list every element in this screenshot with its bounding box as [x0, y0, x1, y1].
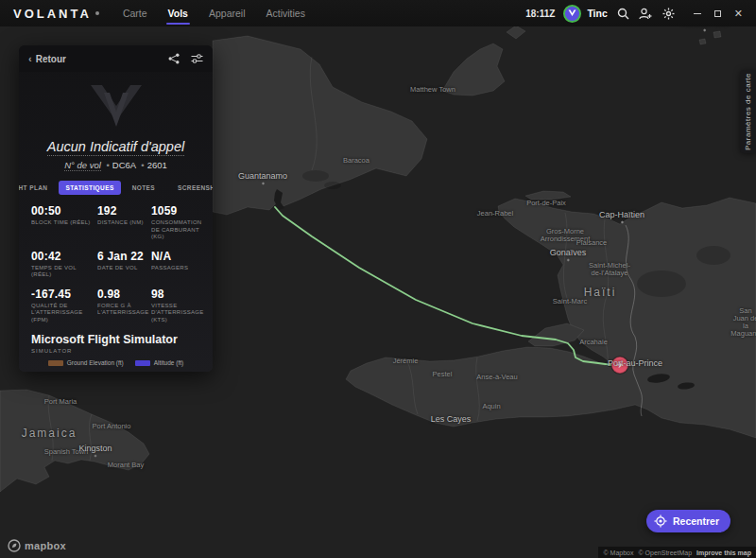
simulator-block: Microsoft Flight Simulator SIMULATOR [19, 323, 213, 354]
attrib-mapbox[interactable]: © Mapbox [603, 549, 633, 556]
volanta-v-icon [568, 9, 576, 17]
flight-number: 2601 [147, 160, 167, 170]
stat-label: QUALITÉ DE L'ATTERRISSAGE (FPM) [31, 303, 97, 324]
stat-cell: 00:42TEMPS DE VOL (RÉEL) [31, 250, 97, 279]
back-label: Retour [36, 54, 66, 64]
top-bar: VOLANTA Carte Vols Appareil Activities 1… [0, 0, 756, 26]
panel-header: ‹ Retour [19, 45, 213, 72]
tab-statistiques[interactable]: STATISTIQUES [59, 181, 120, 195]
tab-flight-plan[interactable]: FLIGHT PLAN [19, 181, 52, 195]
attrib-improve-link[interactable]: Improve this map [696, 549, 751, 556]
utc-clock: 18:11Z [525, 9, 555, 19]
map-attribution: © Mapbox © OpenStreetMap Improve this ma… [598, 547, 756, 558]
stat-cell: N/APASSAGERS [151, 250, 208, 279]
target-icon [654, 514, 667, 528]
sliders-icon[interactable] [191, 53, 203, 64]
mapbox-wordmark: mapbox [25, 540, 66, 551]
nav-activities[interactable]: Activities [266, 0, 305, 26]
recenter-label: Recentrer [673, 515, 719, 527]
simulator-title: Microsoft Flight Simulator [31, 333, 213, 346]
altitude-chart: Ground Elevation (ft)Altitude (ft) 01000… [19, 354, 213, 372]
stats-grid: 00:50BLOCK TIME (RÉEL)192DISTANCE (NM)10… [19, 195, 213, 323]
stat-cell: 0.98FORCE G À L'ATTERRISSAGE [97, 288, 151, 324]
chart-legend: Ground Elevation (ft)Altitude (ft) [25, 359, 207, 366]
stat-cell: 6 Jan 22DATE DE VOL [97, 250, 151, 279]
panel-tabs: FLIGHT PLAN STATISTIQUES NOTES SCREENSHO… [19, 181, 213, 195]
attrib-osm[interactable]: © OpenStreetMap [639, 549, 693, 556]
window-minimize-button[interactable] [694, 13, 701, 14]
mapbox-icon [8, 539, 21, 552]
stat-label: TEMPS DE VOL (RÉEL) [31, 265, 97, 279]
map-settings-label: Paramètres de carte [744, 73, 752, 150]
mapbox-logo[interactable]: mapbox [8, 539, 66, 552]
stat-label: BLOCK TIME (RÉEL) [31, 219, 97, 227]
volanta-app: ✈ Cockburn TownMatthew TownBaracoaGuanta… [0, 0, 756, 558]
tab-notes[interactable]: NOTES [128, 181, 160, 195]
stat-label: DISTANCE (NM) [97, 219, 151, 227]
tab-screenshots[interactable]: SCREENSHOTS [173, 181, 213, 195]
recenter-button[interactable]: Recentrer [646, 510, 730, 532]
stat-value: -167.45 [31, 288, 97, 301]
stat-label: VITESSE D'ATTERRISSAGE (KTS) [151, 303, 208, 324]
stat-value: 98 [151, 288, 208, 301]
search-icon[interactable] [616, 7, 630, 21]
nav-appareil[interactable]: Appareil [209, 0, 246, 26]
stat-label: PASSAGERS [151, 265, 208, 272]
map-settings-tab[interactable]: Paramètres de carte [740, 70, 756, 153]
legend-item: Ground Elevation (ft) [48, 359, 124, 366]
stat-label: CONSOMMATION DE CARBURANT (KG) [151, 219, 208, 241]
window-close-button[interactable]: ✕ [734, 9, 743, 18]
flight-details-panel: ‹ Retour Aucun Indicatif d'appel N° de v… [19, 45, 213, 372]
flight-title: Aucun Indicatif d'appel [19, 138, 213, 156]
stat-value: 1059 [151, 204, 208, 218]
stat-value: 192 [97, 204, 151, 218]
nav-vols[interactable]: Vols [168, 0, 188, 26]
stat-value: 00:42 [31, 250, 97, 263]
stat-value: 00:50 [31, 204, 97, 218]
flight-subtitle: N° de vol •DC6A •2601 [19, 160, 213, 170]
stat-value: N/A [151, 250, 208, 263]
back-button[interactable]: ‹ Retour [28, 53, 66, 64]
stat-label: DATE DE VOL [97, 265, 151, 272]
stat-value: 0.98 [97, 288, 151, 301]
window-maximize-button[interactable] [714, 10, 721, 17]
stat-label: FORCE G À L'ATTERRISSAGE [97, 303, 151, 317]
stat-value: 6 Jan 22 [97, 250, 151, 263]
share-icon[interactable] [168, 53, 180, 64]
chevron-left-icon: ‹ [28, 53, 32, 64]
svg-text:6000: 6000 [34, 371, 45, 372]
legend-item: Altitude (ft) [135, 359, 183, 366]
volanta-logo-dot [95, 11, 99, 15]
landing-marker-icon: ✈ [611, 357, 628, 374]
aircraft-type: DC6A [112, 160, 136, 170]
airline-logo [19, 83, 213, 129]
add-user-icon[interactable] [639, 7, 653, 21]
stat-cell: 1059CONSOMMATION DE CARBURANT (KG) [151, 204, 208, 241]
nav-carte[interactable]: Carte [123, 0, 147, 26]
settings-gear-icon[interactable] [662, 7, 676, 21]
username[interactable]: Tinc [587, 8, 607, 19]
stat-cell: 98VITESSE D'ATTERRISSAGE (KTS) [151, 288, 208, 324]
stat-cell: -167.45QUALITÉ DE L'ATTERRISSAGE (FPM) [31, 288, 97, 324]
stat-cell: 192DISTANCE (NM) [97, 204, 151, 241]
user-avatar[interactable] [563, 5, 581, 23]
svg-text:✈: ✈ [616, 360, 624, 370]
volanta-logo: VOLANTA [13, 7, 92, 21]
stat-cell: 00:50BLOCK TIME (RÉEL) [31, 204, 97, 241]
